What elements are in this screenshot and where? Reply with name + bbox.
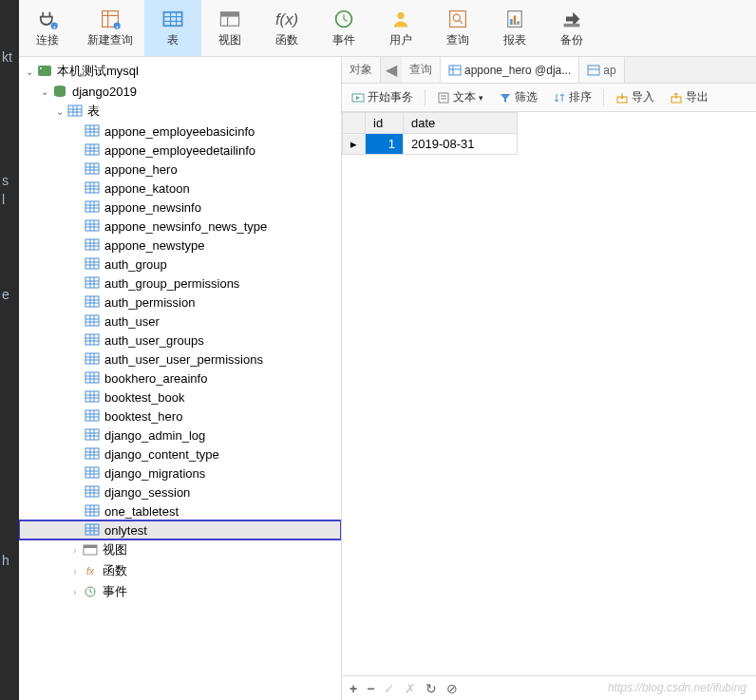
fx-s-icon: fx bbox=[82, 563, 99, 578]
export-button[interactable]: 导出 bbox=[666, 87, 712, 107]
tree-table-auth_permission[interactable]: auth_permission bbox=[19, 293, 341, 312]
query-icon: + bbox=[99, 8, 122, 30]
text-icon bbox=[437, 91, 450, 104]
search-icon bbox=[446, 8, 469, 30]
svg-rect-145 bbox=[84, 545, 97, 548]
main-panel: 对象 ◀ 查询 appone_hero @dja... ap 开始事务 文本▾ bbox=[342, 57, 756, 700]
tree-table-django_content_type[interactable]: django_content_type bbox=[19, 445, 341, 464]
tab-prev[interactable]: ◀ bbox=[381, 61, 402, 79]
toolbar-user[interactable]: 用户 bbox=[372, 0, 429, 56]
play-icon bbox=[351, 91, 365, 104]
report-icon bbox=[503, 8, 526, 30]
tab-object[interactable]: 对象 bbox=[342, 57, 381, 83]
table-icon bbox=[85, 162, 100, 176]
svg-text:+: + bbox=[52, 24, 56, 29]
toolbar-query2[interactable]: 查询 bbox=[429, 0, 486, 56]
toolbar-backup[interactable]: 备份 bbox=[543, 0, 600, 56]
col-date[interactable]: date bbox=[404, 113, 518, 134]
tree-clock-s[interactable]: ›事件 bbox=[19, 581, 341, 602]
tree-table-appone_katoon[interactable]: appone_katoon bbox=[19, 179, 341, 198]
tree-table-appone_newsinfo_news_type[interactable]: appone_newsinfo_news_type bbox=[19, 217, 341, 236]
svg-rect-89 bbox=[85, 334, 99, 345]
row-marker-header bbox=[343, 113, 366, 134]
toolbar-connect[interactable]: +连接 bbox=[19, 0, 76, 56]
tree-table-django_admin_log[interactable]: django_admin_log bbox=[19, 426, 341, 445]
row-marker[interactable]: ▸ bbox=[343, 134, 366, 155]
delete-row-button[interactable]: − bbox=[367, 681, 374, 696]
svg-rect-119 bbox=[85, 448, 99, 459]
import-button[interactable]: 导入 bbox=[612, 87, 658, 107]
toolbar-new-query[interactable]: +新建查询 bbox=[76, 0, 144, 56]
tree-connection[interactable]: ⌄本机测试mysql bbox=[19, 61, 341, 82]
tree-fx-s[interactable]: ›fx函数 bbox=[19, 560, 341, 581]
toolbar-view[interactable]: 视图 bbox=[201, 0, 258, 56]
watermark: https://blog.csdn.net/ifubing bbox=[608, 681, 747, 694]
sort-button[interactable]: 排序 bbox=[549, 87, 595, 107]
filter-icon bbox=[499, 91, 512, 104]
tree-table-auth_user_groups[interactable]: auth_user_groups bbox=[19, 331, 341, 350]
tree-table-django_migrations[interactable]: django_migrations bbox=[19, 464, 341, 482]
fx-icon: f(x) bbox=[275, 8, 298, 30]
svg-rect-7 bbox=[163, 12, 181, 26]
stop-button[interactable]: ⊘ bbox=[446, 681, 458, 696]
tree-table-appone_newstype[interactable]: appone_newstype bbox=[19, 236, 341, 255]
table-icon bbox=[85, 238, 100, 252]
tree-table-auth_user[interactable]: auth_user bbox=[19, 312, 341, 331]
action-bar: 开始事务 文本▾ 筛选 排序 导入 导出 bbox=[342, 84, 756, 112]
cell-id[interactable]: 1 bbox=[366, 134, 404, 155]
table-icon bbox=[448, 64, 462, 77]
tree-table-appone_hero[interactable]: appone_hero bbox=[19, 160, 341, 179]
user-icon bbox=[389, 8, 412, 30]
tree-table-auth_group[interactable]: auth_group bbox=[19, 255, 341, 274]
svg-rect-39 bbox=[85, 144, 99, 155]
svg-rect-104 bbox=[85, 391, 99, 402]
toolbar-function[interactable]: f(x)函数 bbox=[258, 0, 315, 56]
svg-rect-64 bbox=[85, 239, 99, 250]
tree-table-appone_newsinfo[interactable]: appone_newsinfo bbox=[19, 198, 341, 217]
tree-table-bookhero_areainfo[interactable]: bookhero_areainfo bbox=[19, 369, 341, 388]
tree-table-onlytest[interactable]: onlytest bbox=[19, 520, 341, 539]
tree-table-auth_user_user_permissions[interactable]: auth_user_user_permissions bbox=[19, 350, 341, 369]
tree-view-s[interactable]: ›视图 bbox=[19, 539, 341, 560]
svg-rect-94 bbox=[85, 353, 99, 364]
export-icon bbox=[670, 91, 683, 104]
svg-rect-18 bbox=[450, 11, 466, 28]
editor-gutter: ktsl eh bbox=[0, 0, 19, 700]
tree-table-auth_group_permissions[interactable]: auth_group_permissions bbox=[19, 274, 341, 293]
svg-rect-59 bbox=[85, 220, 99, 231]
table-row[interactable]: ▸12019-08-31 bbox=[343, 134, 518, 155]
tab-active[interactable]: appone_hero @dja... bbox=[441, 57, 579, 83]
text-button[interactable]: 文本▾ bbox=[433, 87, 487, 107]
data-grid[interactable]: iddate▸12019-08-31 bbox=[342, 112, 756, 675]
toolbar-report[interactable]: 报表 bbox=[486, 0, 543, 56]
sort-icon bbox=[553, 91, 566, 104]
refresh-button[interactable]: ↻ bbox=[425, 681, 437, 696]
col-id[interactable]: id bbox=[366, 113, 404, 134]
table-icon bbox=[85, 257, 100, 271]
svg-text:f(x): f(x) bbox=[275, 10, 298, 28]
tab-next[interactable]: ap bbox=[579, 57, 624, 83]
filter-button[interactable]: 筛选 bbox=[495, 87, 541, 107]
tree-table-one_tabletest[interactable]: one_tabletest bbox=[19, 501, 341, 520]
cell-date[interactable]: 2019-08-31 bbox=[404, 134, 518, 155]
tree-table-appone_employeedetailinfo[interactable]: appone_employeedetailinfo bbox=[19, 141, 341, 160]
toolbar-event[interactable]: 事件 bbox=[315, 0, 372, 56]
tree-table-booktest_hero[interactable]: booktest_hero bbox=[19, 407, 341, 426]
tree-table-django_session[interactable]: django_session bbox=[19, 482, 341, 501]
db-tree: ⌄本机测试mysql⌄django2019⌄表appone_employeeba… bbox=[19, 57, 342, 700]
tree-table-booktest_book[interactable]: booktest_book bbox=[19, 388, 341, 407]
svg-point-17 bbox=[397, 12, 404, 19]
add-row-button[interactable]: + bbox=[350, 681, 357, 696]
svg-rect-109 bbox=[85, 410, 99, 421]
table-icon bbox=[85, 485, 100, 499]
tree-tables-folder[interactable]: ⌄表 bbox=[19, 101, 341, 122]
apply-button[interactable]: ✓ bbox=[384, 681, 395, 696]
plug-icon: + bbox=[36, 8, 59, 30]
svg-rect-29 bbox=[68, 105, 82, 116]
cancel-button[interactable]: ✗ bbox=[405, 681, 416, 696]
tree-database[interactable]: ⌄django2019 bbox=[19, 82, 341, 101]
tab-search[interactable]: 查询 bbox=[402, 57, 441, 83]
tree-table-appone_employeebasicinfo[interactable]: appone_employeebasicinfo bbox=[19, 122, 341, 141]
begin-tx-button[interactable]: 开始事务 bbox=[348, 87, 417, 107]
toolbar-table[interactable]: 表 bbox=[144, 0, 201, 56]
